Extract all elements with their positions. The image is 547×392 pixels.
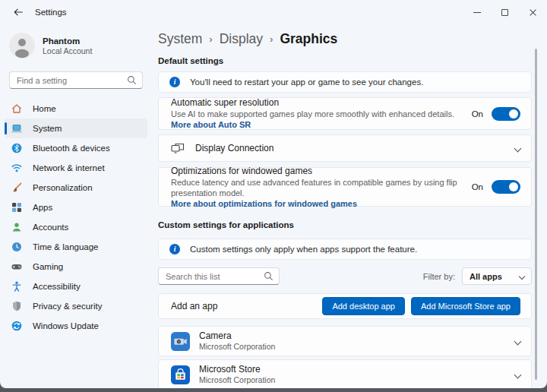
window-bottom-edge [0,388,547,392]
sidebar-item-system[interactable]: System [5,119,147,138]
search-list-input[interactable] [158,267,280,285]
sidebar-nav: Home System Bluetooth & devices Network … [0,99,152,336]
app-title: Settings [35,8,67,17]
settings-window: Settings Phantom Local Account [0,0,547,388]
sidebar-item-bluetooth-devices[interactable]: Bluetooth & devices [5,138,147,158]
windowed-games-state-label: On [472,182,483,191]
breadcrumb: System › Display › Graphics [158,29,532,49]
auto-super-resolution-card: Automatic super resolution Use AI to mak… [158,97,532,130]
search-icon [264,271,274,281]
windowed-games-card: Optimizations for windowed games Reduce … [158,167,532,207]
info-icon: i [169,244,180,254]
info-icon: i [169,77,180,87]
bluetooth-icon [11,142,23,154]
user-account-type: Local Account [43,46,92,56]
more-about-auto-sr-link[interactable]: More about Auto SR [171,120,251,129]
shield-icon [11,300,23,312]
window-controls [463,0,547,24]
camera-app-icon [171,332,190,351]
chevron-down-icon [519,273,525,279]
breadcrumb-display[interactable]: Display [220,31,263,47]
windowed-games-toggle[interactable] [492,180,520,194]
sidebar-item-home[interactable]: Home [5,99,147,119]
sidebar-item-accessibility[interactable]: Accessibility [5,277,147,296]
search-icon [127,75,137,85]
chevron-down-icon[interactable] [514,371,522,378]
display-connection-title: Display Connection [195,143,506,154]
sidebar-item-accounts[interactable]: Accounts [5,217,147,237]
breadcrumb-separator: › [270,33,273,45]
maximize-icon [501,9,508,16]
vertical-scrollbar[interactable] [535,49,537,380]
more-about-windowed-link[interactable]: More about optimizations for windowed ga… [171,198,461,209]
sidebar-item-windows-update[interactable]: Windows Update [5,316,147,336]
accessibility-icon [11,280,23,292]
minimize-icon [473,12,481,13]
windowed-games-description: Reduce latency and use advanced features… [171,177,461,198]
default-settings-heading: Default settings [158,56,532,67]
auto-sr-description: Use AI to make supported games play more… [171,109,454,119]
update-icon [11,320,23,332]
breadcrumb-separator: › [209,33,212,45]
filter-by-label: Filter by: [423,272,455,281]
add-desktop-app-button[interactable]: Add desktop app [322,297,405,315]
main-content: System › Display › Graphics Default sett… [152,24,547,388]
auto-sr-title: Automatic super resolution [171,97,461,109]
titlebar: Settings [0,0,547,24]
chevron-down-icon[interactable] [514,337,522,345]
avatar [9,33,35,58]
close-button[interactable] [519,0,547,24]
auto-sr-state-label: On [472,109,483,119]
chevron-down-icon[interactable] [514,144,522,152]
maximize-button[interactable] [491,0,519,24]
system-icon [11,122,23,134]
filter-dropdown-value: All apps [470,272,517,281]
app-row-camera[interactable]: Camera Microsoft Corporation [158,326,532,356]
user-account[interactable]: Phantom Local Account [0,30,152,61]
filter-dropdown[interactable]: All apps [462,267,532,285]
sidebar-item-time-language[interactable]: Time & language [5,237,147,257]
app-list-search [158,267,280,285]
breadcrumb-system[interactable]: System [158,31,202,47]
gamepad-icon [11,261,23,273]
display-connection-card[interactable]: Display Connection [158,134,532,162]
auto-sr-toggle[interactable] [492,107,520,121]
minimize-button[interactable] [463,0,491,24]
app-row-microsoft-store[interactable]: Microsoft Store Microsoft Corporation [158,359,532,388]
breadcrumb-graphics: Graphics [280,31,337,47]
app-name: Camera [199,330,506,342]
apps-icon [11,201,23,213]
sidebar-item-personalization[interactable]: Personalization [5,178,147,198]
accounts-icon [11,221,23,233]
back-button[interactable] [11,5,26,20]
app-publisher: Microsoft Corporation [199,342,506,352]
custom-settings-heading: Custom settings for applications [158,220,532,231]
user-name: Phantom [43,36,92,46]
app-publisher: Microsoft Corporation [199,375,506,385]
windowed-games-title: Optimizations for windowed games [171,166,461,177]
add-an-app-label: Add an app [171,301,316,311]
restart-info-banner: i You'll need to restart your app or gam… [158,71,532,93]
microsoft-store-app-icon [171,365,190,384]
home-icon [11,103,23,115]
find-setting-search [9,71,143,89]
back-arrow-icon [13,7,24,17]
custom-settings-info-banner: i Custom settings only apply when apps s… [158,239,532,260]
add-an-app-card: Add an app Add desktop app Add Microsoft… [158,293,532,319]
sidebar-item-privacy-security[interactable]: Privacy & security [5,296,147,316]
display-connection-icon [171,142,185,154]
sidebar-item-gaming[interactable]: Gaming [5,257,147,277]
close-icon [529,8,537,17]
brush-icon [11,182,23,194]
app-name: Microsoft Store [199,364,506,375]
sidebar: Phantom Local Account Home System [0,24,152,388]
clock-icon [11,241,23,253]
app-list-tools: Filter by: All apps [158,267,532,285]
add-microsoft-store-app-button[interactable]: Add Microsoft Store app [411,297,520,315]
sidebar-item-apps[interactable]: Apps [5,198,147,217]
wifi-icon [11,162,23,174]
find-setting-input[interactable] [9,71,143,89]
sidebar-item-network-internet[interactable]: Network & internet [5,158,147,178]
